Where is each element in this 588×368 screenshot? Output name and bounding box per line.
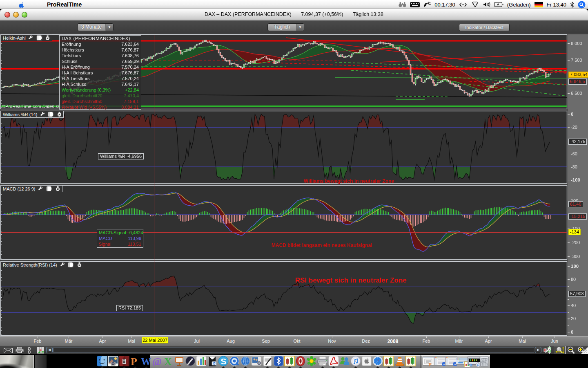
range-dropdown[interactable]: 3 Monate ▼ [77,23,114,31]
dock-running-indicator [288,366,291,368]
window-title-period: Täglich 13:38 [353,11,383,17]
scroll-right-button[interactable]: ▶ [535,347,541,353]
dock-icon-inkpen[interactable] [185,356,196,366]
month-label: Mai [128,339,135,343]
dock-icon-photobooth[interactable] [251,356,262,366]
dock-icon-entourage[interactable]: @ [152,356,163,366]
screen: ProRealTime 00:17:30 ( [0,0,588,368]
dock-icon-keynote[interactable] [174,356,185,366]
axis-tick [568,279,570,280]
month-tick [332,337,332,338]
month-tick [522,337,523,338]
dock-icon-globe[interactable] [240,356,251,366]
dock-icon-itunes[interactable] [350,356,361,366]
month-label: Jul [194,339,200,343]
panel-notes-icon[interactable] [68,262,74,267]
dock-icon-msn[interactable] [339,356,350,366]
battery-icon[interactable] [494,0,503,9]
dock-icon-textedit[interactable] [262,356,273,366]
dock-icon-safari[interactable] [372,356,383,366]
tooltip-row-value: 0,4824 [129,230,143,236]
crosshair-date-label: 22 Mai 2007 [142,337,168,343]
panel-close-icon[interactable] [76,262,82,267]
irda-arrows-icon[interactable] [459,0,467,9]
dock-icon-vlc[interactable] [394,356,405,366]
month-label: Nov [328,339,336,343]
panel-notes-icon[interactable] [48,112,54,117]
dock-icon-prorealtime[interactable] [405,356,416,366]
dock-icon-excel[interactable]: X [163,356,174,366]
menubar-app-name[interactable]: ProRealTime [47,1,82,8]
dock-minimized-finder-window[interactable] [434,357,446,368]
period-dropdown[interactable]: Täglich ▼ [267,23,304,31]
tooltip-row-label: H Haupt Wid (+5,55%) [62,104,107,110]
dock-icon-frontrow[interactable] [119,356,129,366]
dock-minimized-ppt-window[interactable]: P [423,357,434,368]
tooltip-row-value: 7.570,24 [121,64,139,70]
axis-label: 8.000 [571,41,582,46]
spotlight-icon[interactable] [578,0,586,9]
volume-icon[interactable] [483,0,490,9]
panel-settings-wrench-icon[interactable] [60,262,66,267]
chart-scrollbar[interactable] [53,347,534,353]
tooltip-row-label: MACD-Signal [99,230,126,236]
dock-icon-finder[interactable] [97,356,107,366]
dock-icon-applebox[interactable] [361,356,372,366]
dock-icon-acrobat[interactable] [328,356,339,366]
battery-status-label[interactable]: (Geladen) [507,2,531,8]
dock-icon-prorealtime[interactable] [383,356,394,366]
time-axis: FebMärAprMaiJulAugSepOktNovDez2008FebMär… [0,336,588,346]
dock-icon-icq[interactable] [306,356,317,366]
dock-running-indicator [398,366,401,368]
williams-panel-header[interactable]: Williams %R (14) [0,111,64,118]
month-tick [393,337,393,338]
dock-icon-prorealtime[interactable] [284,356,295,366]
panel-settings-wrench-icon[interactable] [28,35,34,40]
apple-menu-icon[interactable] [19,1,26,10]
dock-icon-hputility[interactable]: hp [207,356,218,366]
dock-running-indicator [266,366,269,368]
month-label: Okt [293,339,300,343]
tooltip-row-value: 7.608,76 [121,53,139,58]
bluetooth-menu-icon[interactable] [570,0,574,9]
wifi-icon[interactable] [471,0,479,9]
panel-notes-icon[interactable] [46,186,52,191]
axis-tick [568,114,570,114]
dock-icon-printer[interactable] [317,356,328,366]
dock-icon-powerpoint[interactable]: P [130,356,140,366]
panel-close-icon[interactable] [55,186,61,191]
tooltip-row-label: H-A Schluss [62,81,86,87]
main-panel-header[interactable]: Heikin-Ashi [0,34,52,41]
dock-icon-iphoto[interactable] [108,356,118,366]
panel-notes-icon[interactable] [36,35,42,40]
williams-value-tooltip: Williams %R -4,6956 [98,153,144,159]
keyboard-icon[interactable] [410,0,420,9]
phone-icon[interactable] [423,0,431,9]
zoom-area-icon[interactable] [555,346,565,356]
binoculars-icon[interactable] [399,0,406,9]
tooltip-row: H Haupt Wid (+5,55%)8.084,31 [62,104,139,110]
indicator-backtest-button[interactable]: Indikator / Backtest [459,24,510,31]
menubar-datetime[interactable]: Fr 13:40 [547,2,566,8]
dock-icon-skype[interactable]: S [218,356,229,366]
panel-settings-wrench-icon[interactable] [40,112,45,117]
window-resize-grip[interactable] [581,347,588,354]
dock-icon-opera[interactable] [295,356,306,366]
dock-icon-chartapp[interactable] [196,356,207,366]
axis-label: -60 [571,152,577,156]
scroll-left-button[interactable]: ◀ [46,347,53,353]
month-tick [297,337,297,338]
german-flag-icon[interactable] [535,0,543,9]
macd-panel-header[interactable]: MACD (12 26 9) [0,185,62,192]
tooltip-row-value: 7.676,87 [121,47,139,53]
panel-close-icon[interactable] [56,112,62,117]
rsi-panel-header[interactable]: Relative Strength(RSI) (14) [0,261,84,268]
dock-icon-word[interactable]: W [141,356,151,366]
dock-trash[interactable] [478,355,490,368]
panel-settings-wrench-icon[interactable] [38,186,44,191]
tooltip-row-label: H-A Höchstkurs [62,70,93,76]
dock-icon-quicktime[interactable] [229,356,240,366]
dock-icon-bluetooth[interactable] [273,356,284,366]
panel-close-icon[interactable] [45,35,51,40]
menubar-clock[interactable]: 00:17:30 [434,2,455,8]
